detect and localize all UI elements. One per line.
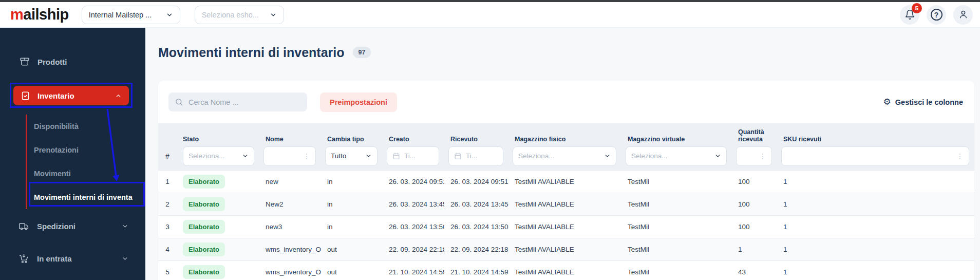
truck-icon — [18, 221, 29, 232]
page-title: Movimenti interni di inventario — [158, 45, 345, 60]
chevron-up-icon — [115, 92, 122, 99]
cell-sku: 1 — [777, 246, 974, 253]
package-icon — [20, 57, 30, 67]
status-badge: Elaborato — [183, 197, 225, 211]
table-row[interactable]: 1 Elaborato new in 26. 03. 2024 09:51 26… — [158, 170, 974, 193]
cell-magazzino-virtuale: TestMil — [621, 178, 732, 185]
status-badge: Elaborato — [183, 175, 225, 189]
eshop-dropdown-placeholder: Seleziona esho... — [202, 11, 259, 19]
cell-ricevuto: 26. 03. 2024 09:51 — [444, 178, 508, 185]
status-badge: Elaborato — [183, 242, 225, 256]
cell-magazzino-fisico: TestMil AVALIABLE — [508, 268, 621, 276]
column-header-magazzino-virtuale: Magazzino virtuale — [621, 136, 732, 144]
cell-ricevuto: 21. 10. 2024 14:59 — [444, 268, 508, 276]
sidebar-item-in-entrata[interactable]: In entrata — [18, 250, 128, 267]
filter-cambia-tipo-select[interactable]: Tutto — [325, 146, 378, 166]
cell-nome: wms_inventory_OR — [259, 246, 321, 253]
header-actions: 5 ? — [900, 5, 973, 25]
cell-magazzino-fisico: TestMil AVALIABLE — [508, 223, 621, 231]
column-header-stato: Stato — [177, 136, 259, 144]
column-header-quantita-ricevuta: Quantità ricevuta — [732, 128, 777, 144]
filter-quantita-input[interactable]: ⋮ — [736, 146, 772, 166]
column-header-magazzino-fisico: Magazzino fisico — [508, 136, 621, 144]
cell-sku: 1 — [777, 178, 974, 185]
chevron-down-icon — [122, 223, 128, 230]
filter-placeholder: Ti... — [466, 152, 477, 160]
cell-creato: 26. 03. 2024 09:51 — [383, 178, 444, 185]
app-logo[interactable]: mailship — [10, 6, 69, 23]
notification-badge: 5 — [912, 3, 922, 13]
cell-ricevuto: 26. 03. 2024 13:50 — [444, 223, 508, 231]
inventory-check-icon — [21, 91, 30, 101]
chevron-down-icon — [270, 11, 277, 18]
manage-columns-button[interactable]: ⚙ Gestisci le colonne — [883, 98, 963, 106]
nome-filter-field[interactable] — [269, 152, 299, 160]
account-button[interactable] — [953, 5, 973, 25]
sidebar-item-label: Movimenti — [34, 170, 71, 178]
table-row[interactable]: 3 Elaborato new3 in 26. 03. 2024 13:50 2… — [158, 215, 974, 238]
chevron-down-icon — [714, 153, 721, 159]
chevron-down-icon — [122, 255, 128, 262]
cell-creato: 26. 03. 2024 13:45 — [383, 200, 444, 208]
status-badge: Elaborato — [183, 265, 225, 279]
page-head: Movimenti interni di inventario 97 — [158, 44, 974, 61]
filter-magazzino-fisico-select[interactable]: Seleziona... — [513, 146, 616, 166]
sidebar-item-disponibilita[interactable]: Disponibilità — [27, 115, 145, 138]
cell-magazzino-fisico: TestMil AVALIABLE — [508, 200, 621, 208]
cell-quantita: 100 — [732, 223, 777, 231]
cell-quantita: 100 — [732, 178, 777, 185]
sidebar-item-label: In entrata — [37, 254, 72, 263]
sidebar-item-prenotazioni[interactable]: Prenotazioni — [27, 138, 145, 162]
chevron-down-icon — [166, 11, 173, 18]
sidebar-item-prodotti[interactable]: Prodotti — [20, 53, 145, 70]
table-row[interactable]: 2 Elaborato New2 in 26. 03. 2024 13:45 2… — [158, 193, 974, 215]
main-content: Movimenti interni di inventario 97 Preim… — [145, 28, 980, 280]
cell-magazzino-virtuale: TestMil — [621, 223, 732, 231]
filter-ricevuto-date[interactable]: Ti... — [448, 146, 503, 166]
sidebar-item-movimenti-interni[interactable]: Movimenti interni di inventa — [27, 185, 145, 209]
sku-filter-field[interactable] — [787, 152, 952, 160]
filter-sku-input[interactable]: ⋮ — [781, 146, 969, 166]
filter-creato-date[interactable]: Ti... — [387, 146, 439, 166]
kebab-menu-icon: ⋮ — [759, 153, 766, 160]
logo-prefix: m — [10, 6, 23, 23]
sidebar-item-spedizioni[interactable]: Spedizioni — [18, 217, 128, 235]
cell-nome: new — [259, 178, 321, 185]
table-toolbar: Preimpostazioni ⚙ Gestisci le colonne — [158, 81, 974, 123]
filter-magazzino-virtuale-select[interactable]: Seleziona... — [626, 146, 727, 166]
sidebar: Prodotti Inventario Disponibilità Prenot… — [0, 28, 145, 280]
filter-placeholder: Seleziona... — [518, 152, 555, 160]
user-icon — [958, 9, 969, 20]
sidebar-item-label: Prenotazioni — [34, 146, 79, 154]
filter-nome-input[interactable]: ⋮ — [263, 146, 316, 166]
status-badge: Elaborato — [183, 220, 225, 234]
quantita-filter-field[interactable] — [742, 152, 755, 160]
search-icon — [175, 98, 183, 106]
help-button[interactable]: ? — [927, 5, 946, 25]
content-card: Preimpostazioni ⚙ Gestisci le colonne St… — [158, 81, 974, 280]
sidebar-item-label: Movimenti interni di inventa — [34, 193, 133, 201]
search-input[interactable] — [189, 98, 301, 106]
workspace-dropdown[interactable]: Internal Mailstep ... — [82, 6, 180, 24]
row-index: 2 — [158, 200, 177, 208]
cell-ricevuto: 26. 03. 2024 13:45 — [444, 200, 508, 208]
sidebar-item-movimenti[interactable]: Movimenti — [27, 162, 145, 185]
sidebar-item-inventario[interactable]: Inventario — [13, 86, 129, 105]
chevron-down-icon — [242, 153, 249, 159]
table-header: Stato Nome Cambia tipo Creato Ricevuto M… — [158, 123, 974, 170]
cell-creato: 21. 10. 2024 14:59 — [383, 268, 444, 276]
cell-magazzino-virtuale: TestMil — [621, 200, 732, 208]
cell-magazzino-fisico: TestMil AVALIABLE — [508, 178, 621, 185]
cell-nome: wms_inventory_OR — [259, 268, 321, 276]
cell-sku: 1 — [777, 268, 974, 276]
sidebar-item-label: Prodotti — [37, 58, 67, 66]
eshop-dropdown[interactable]: Seleziona esho... — [195, 6, 284, 24]
cell-creato: 26. 03. 2024 13:50 — [383, 223, 444, 231]
cell-magazzino-virtuale: TestMil — [621, 246, 732, 253]
row-index: 4 — [158, 246, 177, 253]
presets-button[interactable]: Preimpostazioni — [320, 92, 397, 112]
table-row[interactable]: 5 Elaborato wms_inventory_OR out 21. 10.… — [158, 260, 974, 280]
filter-stato-select[interactable]: Seleziona... — [183, 146, 254, 166]
table-row[interactable]: 4 Elaborato wms_inventory_OR out 22. 09.… — [158, 238, 974, 260]
notifications-button[interactable]: 5 — [900, 5, 919, 25]
